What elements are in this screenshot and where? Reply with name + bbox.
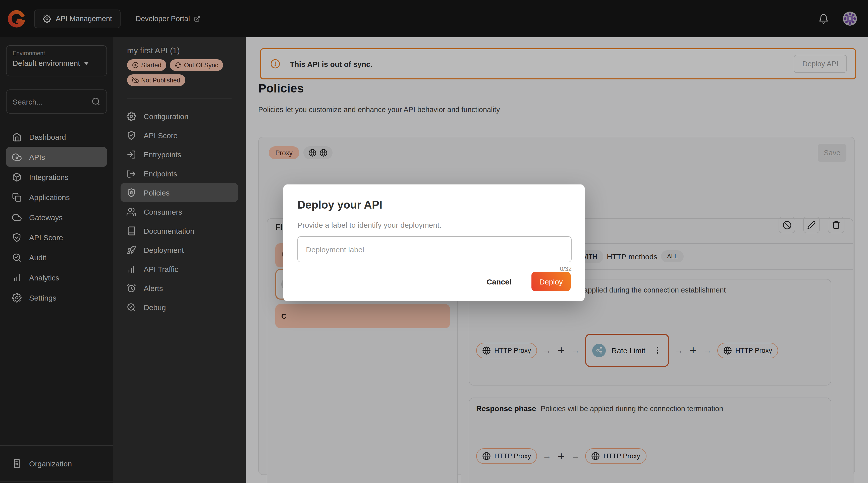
deploy-button[interactable]: Deploy (531, 272, 570, 291)
modal-subtitle: Provide a label to identify your deploym… (298, 221, 570, 229)
deploy-modal: Deploy your API Provide a label to ident… (283, 184, 585, 301)
modal-title: Deploy your API (298, 199, 570, 212)
app-viewport: API Management Developer Portal Environm… (0, 0, 868, 483)
deployment-label-input[interactable] (305, 244, 564, 254)
cancel-button[interactable]: Cancel (484, 277, 515, 286)
char-counter: 0/32 (298, 265, 571, 272)
